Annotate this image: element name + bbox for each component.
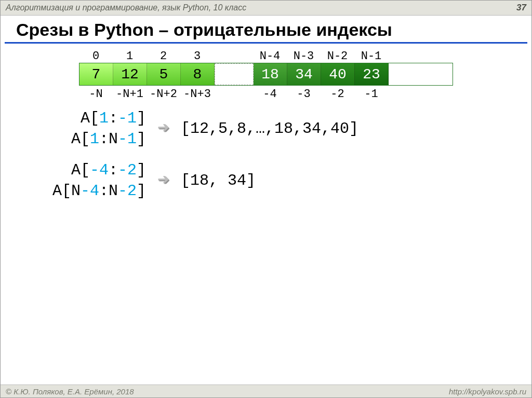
top-indices: 0 1 2 3 N-4 N-3 N-2 N-1 [79, 50, 453, 63]
slide-title: Срезы в Python – отрицательные индексы [1, 16, 531, 42]
code-text: : [109, 161, 118, 179]
header-bar: Алгоритмизация и программирование, язык … [1, 1, 531, 16]
code-text: :N [99, 130, 118, 148]
top-index: N-2 [321, 50, 354, 63]
top-index: 0 [79, 50, 113, 63]
index-gap [214, 50, 253, 63]
example-code: A[1:-1] A[1:N-1] [47, 108, 146, 149]
code-line: A[1:-1] [47, 108, 146, 129]
code-line: A[N-4:N-2] [47, 181, 146, 201]
code-highlight: -2 [118, 161, 137, 179]
bottom-index: -4 [253, 88, 287, 101]
slice-examples: A[1:-1] A[1:N-1] ➔ [12,5,8,…,18,34,40] A… [1, 108, 531, 201]
top-index: 2 [147, 50, 180, 63]
title-rule [5, 42, 527, 44]
bottom-index: -N+1 [113, 88, 147, 101]
bottom-index: -N+3 [180, 88, 214, 101]
bottom-index: -1 [354, 88, 388, 101]
code-highlight: -4 [81, 182, 99, 200]
course-label: Алгоритмизация и программирование, язык … [6, 3, 246, 12]
example-2: A[-4:-2] A[N-4:N-2] ➔ [18, 34] [47, 160, 531, 201]
top-index: N-3 [287, 50, 321, 63]
array-cells: 7 12 5 8 18 34 40 23 [79, 63, 453, 86]
bottom-index: -N [79, 88, 113, 101]
array-cell: 12 [113, 63, 147, 85]
code-text: ] [137, 182, 146, 200]
example-result: [12,5,8,…,18,34,40] [181, 120, 358, 138]
index-gap [214, 88, 253, 101]
top-index: N-4 [253, 50, 287, 63]
code-highlight: -1 [118, 109, 137, 127]
example-code: A[-4:-2] A[N-4:N-2] [47, 160, 146, 201]
code-text: A[N [52, 182, 81, 200]
array-cell: 5 [147, 63, 181, 85]
code-text: : [109, 109, 118, 127]
bottom-index: -3 [287, 88, 321, 101]
site-url: http://kpolyakov.spb.ru [449, 387, 526, 396]
code-text: ] [137, 161, 146, 179]
array-cell: 23 [355, 63, 389, 85]
array-cell: 7 [79, 63, 113, 85]
code-line: A[-4:-2] [47, 160, 146, 181]
top-index: 3 [180, 50, 214, 63]
bottom-indices: -N -N+1 -N+2 -N+3 -4 -3 -2 -1 [79, 88, 453, 101]
code-highlight: 1 [99, 109, 109, 127]
bottom-index: -2 [321, 88, 354, 101]
code-text: ] [137, 109, 146, 127]
array-cell: 34 [287, 63, 321, 85]
code-highlight: -4 [90, 161, 109, 179]
code-highlight: -2 [118, 182, 137, 200]
code-text: A[ [71, 130, 90, 148]
footer-bar: © К.Ю. Поляков, Е.А. Ерёмин, 2018 http:/… [1, 385, 531, 397]
top-index: N-1 [354, 50, 388, 63]
code-text: ] [137, 130, 146, 148]
array-cell: 8 [181, 63, 215, 85]
bottom-index: -N+2 [147, 88, 180, 101]
code-text: :N [99, 182, 118, 200]
example-1: A[1:-1] A[1:N-1] ➔ [12,5,8,…,18,34,40] [47, 108, 531, 149]
top-index: 1 [113, 50, 147, 63]
code-line: A[1:N-1] [47, 129, 146, 149]
array-gap-cell [215, 63, 254, 85]
arrow-icon: ➔ [157, 171, 169, 190]
code-highlight: 1 [90, 130, 99, 148]
arrow-icon: ➔ [157, 119, 169, 139]
array-cell: 18 [254, 63, 287, 85]
copyright: © К.Ю. Поляков, Е.А. Ерёмин, 2018 [6, 387, 134, 396]
array-diagram: 0 1 2 3 N-4 N-3 N-2 N-1 7 12 5 8 18 34 4… [79, 50, 453, 101]
array-cell: 40 [321, 63, 355, 85]
code-text: A[ [71, 161, 90, 179]
code-text: A[ [81, 109, 99, 127]
code-highlight: -1 [118, 130, 137, 148]
example-result: [18, 34] [181, 172, 256, 189]
page-number: 37 [516, 3, 526, 13]
